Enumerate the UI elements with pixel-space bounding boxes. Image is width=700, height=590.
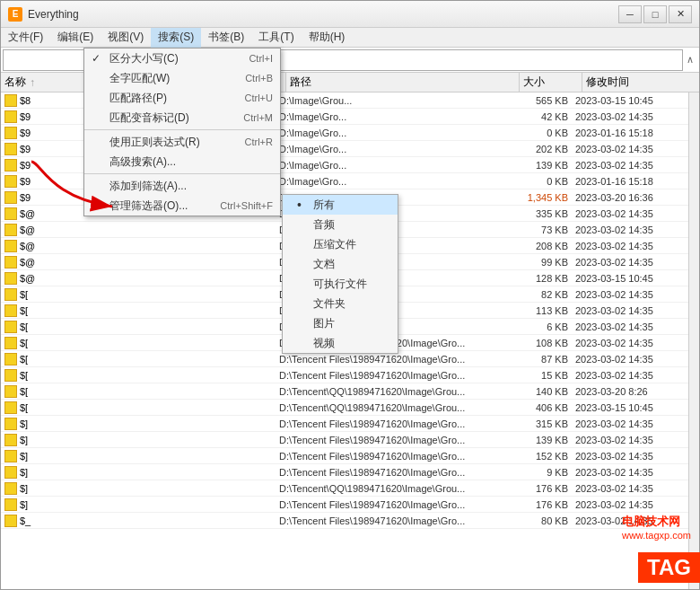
filter-folder[interactable]: • 文件夹 [283,294,398,313]
filter-executable[interactable]: • 可执行文件 [283,274,398,294]
file-icon [4,240,17,252]
file-size-cell: 139 KB [509,435,572,445]
file-name-cell: $@ [1,224,276,236]
file-path-cell: D:\Image\Gro... [276,176,509,187]
file-icon [4,272,17,285]
file-name-cell: $] [1,450,276,462]
dropdown-whole-word[interactable]: 全字匹配(W) Ctrl+B [84,68,280,88]
dropdown-add-filter[interactable]: 添加到筛选(A)... [84,176,280,196]
file-icon [4,288,17,301]
file-date-cell: 2023-03-02 14:35 [572,144,688,154]
file-size-cell: 565 KB [509,95,572,106]
file-date-cell: 2023-03-02 14:35 [572,111,688,122]
file-name-cell: $@ [1,256,276,269]
file-date-cell: 2023-01-16 15:18 [572,176,688,187]
menu-view[interactable]: 视图(V) [101,28,151,48]
filter-audio[interactable]: • 音频 [283,215,398,234]
scrollbar[interactable] [688,92,699,589]
file-size-cell: 113 KB [509,305,572,316]
file-size-cell: 0 KB [509,128,572,138]
col-header-date[interactable]: 修改时间 [582,73,699,92]
file-path-cell: D:\Image\Gro... [276,144,509,154]
file-size-cell: 152 KB [509,451,572,462]
dropdown-advanced[interactable]: 高级搜索(A)... [84,152,280,172]
close-button[interactable]: ✕ [669,5,692,23]
file-name-cell: $[ [1,288,276,301]
file-size-cell: 42 KB [509,111,572,122]
file-size-cell: 99 KB [509,257,572,268]
file-size-cell: 87 KB [509,354,572,365]
file-path-cell: D:\Tencent Files\1989471620\Image\Gro... [276,467,509,478]
window-controls: ─ □ ✕ [618,5,692,23]
file-icon [4,515,17,527]
table-row[interactable]: $] D:\Tencent Files\1989471620\Image\Gro… [1,432,688,448]
separator-2 [84,173,280,174]
file-date-cell: 2023-03-02 14:35 [572,338,688,348]
table-row[interactable]: $[ D:\Tencent\QQ\1989471620\Image\Grou..… [1,383,688,400]
menu-search[interactable]: 搜索(S) [151,28,201,48]
dropdown-manage-filter[interactable]: 管理筛选器(O)... Ctrl+Shift+F [84,196,280,216]
dropdown-regex[interactable]: 使用正则表达式(R) Ctrl+R [84,132,280,152]
search-dropdown-menu: ✓ 区分大小写(C) Ctrl+I 全字匹配(W) Ctrl+B 匹配路径(P)… [83,48,281,216]
file-date-cell: 2023-03-02 14:35 [572,257,688,268]
file-name-cell: $] [1,418,276,430]
filter-compressed[interactable]: • 压缩文件 [283,234,398,254]
file-path-cell: D:\Tencent\QQ\1989471620\Image\Grou... [276,483,509,494]
file-date-cell: 2023-03-02 14:35 [572,451,688,462]
search-expand-icon[interactable]: ∧ [683,54,697,66]
file-icon [4,159,17,172]
filter-image[interactable]: • 图片 [283,313,398,333]
file-date-cell: 2023-03-02 14:35 [572,370,688,381]
file-path-cell: D:\Tencent\QQ\1989471620\Image\Grou... [276,386,509,397]
file-icon [4,321,17,333]
file-date-cell: 2023-03-02 14:35 [572,208,688,219]
filter-all[interactable]: • 所有 [283,195,398,215]
file-name-cell: $[ [1,369,276,382]
menu-help[interactable]: 帮助(H) [302,28,353,48]
dropdown-diacritics[interactable]: 匹配变音标记(D) Ctrl+M [84,108,280,128]
file-date-cell: 2023-03-15 10:45 [572,402,688,413]
filter-docs[interactable]: • 文档 [283,254,398,274]
dropdown-case-sensitive[interactable]: ✓ 区分大小写(C) Ctrl+I [84,48,280,68]
maximize-button[interactable]: □ [643,5,667,23]
file-size-cell: 0 KB [509,176,572,187]
table-row[interactable]: $] D:\Tencent\QQ\1989471620\Image\Grou..… [1,480,688,497]
file-path-cell: D:\Image\Gro... [276,160,509,171]
file-icon [4,224,17,236]
app-icon: E [8,7,22,22]
file-name-cell: $[ [1,385,276,398]
file-name-cell: $@ [1,240,276,252]
file-name-cell: $[ [1,337,276,349]
table-row[interactable]: $[ D:\Tencent\QQ\1989471620\Image\Grou..… [1,400,688,416]
table-row[interactable]: $] D:\Tencent Files\1989471620\Image\Gro… [1,416,688,432]
file-date-cell: 2023-03-02 14:35 [572,499,688,510]
menu-file[interactable]: 文件(F) [1,28,50,48]
file-size-cell: 202 KB [509,144,572,154]
file-icon [4,450,17,462]
file-size-cell: 82 KB [509,289,572,300]
table-row[interactable]: $_ D:\Tencent Files\1989471620\Image\Gro… [1,513,688,529]
menu-edit[interactable]: 编辑(E) [50,28,101,48]
filter-video[interactable]: • 视频 [283,333,398,353]
menu-bookmarks[interactable]: 书签(B) [201,28,251,48]
main-window: E Everything ─ □ ✕ 文件(F) 编辑(E) 视图(V) 搜索(… [0,0,700,590]
file-size-cell: 139 KB [509,160,572,171]
table-row[interactable]: $[ D:\Tencent Files\1989471620\Image\Gro… [1,367,688,383]
file-icon [4,175,17,188]
menu-bar: 文件(F) 编辑(E) 视图(V) 搜索(S) 书签(B) 工具(T) 帮助(H… [1,28,699,48]
table-row[interactable]: $] D:\Tencent Files\1989471620\Image\Gro… [1,448,688,464]
minimize-button[interactable]: ─ [618,5,642,23]
col-header-path[interactable]: 路径 [286,73,520,92]
file-path-cell: D:\Tencent Files\1989471620\Image\Gro... [276,435,509,445]
file-date-cell: 2023-03-02 14:35 [572,241,688,251]
file-size-cell: 73 KB [509,225,572,235]
file-size-cell: 315 KB [509,418,572,429]
table-row[interactable]: $] D:\Tencent Files\1989471620\Image\Gro… [1,497,688,513]
file-date-cell: 2023-03-02 14:35 [572,354,688,365]
dropdown-match-path[interactable]: 匹配路径(P) Ctrl+U [84,88,280,108]
file-size-cell: 128 KB [509,273,572,284]
col-header-size[interactable]: 大小 [520,73,582,92]
table-row[interactable]: $] D:\Tencent Files\1989471620\Image\Gro… [1,464,688,480]
file-icon [4,498,17,511]
menu-tools[interactable]: 工具(T) [251,28,301,48]
